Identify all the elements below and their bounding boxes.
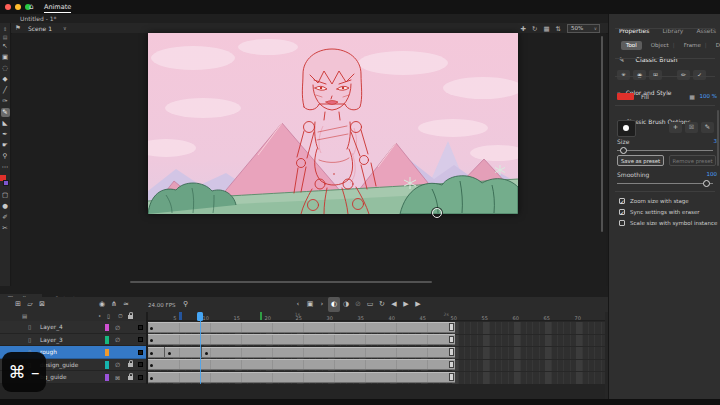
close-window-button[interactable] bbox=[5, 4, 11, 10]
layer-parenting-icon[interactable]: ⋔ bbox=[108, 297, 120, 312]
loop-start-marker[interactable] bbox=[179, 312, 182, 320]
brush-preview[interactable] bbox=[617, 120, 636, 137]
stage-vertical-scrollbar[interactable] bbox=[601, 36, 603, 232]
graph-editor-icon[interactable]: ≈ bbox=[120, 297, 132, 312]
hand-tool[interactable]: ☛ bbox=[1, 141, 10, 150]
cut-tool[interactable]: ✂ bbox=[1, 224, 10, 233]
minimize-window-button[interactable] bbox=[15, 4, 21, 10]
play-icon[interactable]: ▶ bbox=[400, 297, 412, 312]
scene-breadcrumb[interactable]: Scene 1 bbox=[28, 25, 52, 32]
save-preset-button[interactable]: Save as preset bbox=[617, 155, 664, 166]
span-end-frame[interactable] bbox=[449, 373, 454, 381]
timeline-menu-icon[interactable]: ▤ bbox=[22, 313, 27, 320]
app-tab[interactable]: Animate bbox=[44, 3, 71, 13]
draw-mode-icon[interactable]: ✓ bbox=[693, 70, 706, 80]
frame-row-design_guide[interactable] bbox=[148, 359, 605, 372]
checkbox-unchecked[interactable] bbox=[619, 220, 625, 226]
step-forward-icon[interactable]: ▶ bbox=[412, 297, 424, 312]
center-stage-icon[interactable]: ✚ bbox=[520, 25, 525, 33]
lasso-tool[interactable]: ◌ bbox=[1, 64, 10, 73]
step-back-icon[interactable]: ◀ bbox=[388, 297, 400, 312]
layer-hidden-icon[interactable]: ∅ bbox=[113, 361, 122, 368]
frame-ruler[interactable]: 5101520253035404550556065701s2s bbox=[148, 312, 605, 321]
layer-outline-toggle[interactable] bbox=[138, 350, 143, 355]
layer-lock-icon[interactable] bbox=[128, 363, 133, 367]
more-tools[interactable]: ⋯ bbox=[1, 163, 10, 172]
camera-icon[interactable]: ◉ bbox=[96, 297, 108, 312]
frame-span[interactable] bbox=[148, 322, 455, 333]
stage-horizontal-scrollbar[interactable] bbox=[130, 281, 432, 283]
checkbox-checked[interactable]: ✓ bbox=[619, 198, 625, 204]
layer-lock-icon[interactable] bbox=[128, 376, 133, 380]
chevron-down-icon[interactable]: ∨ bbox=[63, 25, 67, 31]
edit-brush-button[interactable]: ✎ bbox=[701, 122, 714, 133]
layer-color-swatch[interactable] bbox=[105, 324, 109, 332]
keyframe-dot[interactable] bbox=[150, 377, 153, 380]
oval-tool[interactable]: ● bbox=[1, 202, 10, 211]
size-slider[interactable] bbox=[617, 150, 713, 151]
zoom-tool[interactable]: ⚲ bbox=[1, 152, 10, 161]
zoom-stepper-icon[interactable]: ⇅ bbox=[556, 25, 561, 33]
line-tool[interactable]: ╱ bbox=[1, 86, 10, 95]
free-transform-tool[interactable]: ▣ bbox=[1, 53, 10, 62]
rotation-icon[interactable]: ↻ bbox=[532, 25, 537, 33]
pin-playhead-icon[interactable]: ⚲ bbox=[179, 297, 191, 312]
layer-guide-icon[interactable]: ⊠ bbox=[113, 374, 122, 381]
loop-icon[interactable]: ↻ bbox=[376, 297, 388, 312]
span-end-frame[interactable] bbox=[449, 348, 454, 356]
layer-color-swatch[interactable] bbox=[105, 336, 109, 344]
fill-color-swatch[interactable] bbox=[617, 93, 634, 100]
frame-span[interactable] bbox=[148, 372, 455, 383]
loop-range-icon[interactable]: ▭ bbox=[364, 297, 376, 312]
color-picker-icon[interactable]: ▦ bbox=[689, 93, 695, 100]
layer-outline-toggle[interactable] bbox=[138, 362, 143, 367]
eraser-tool[interactable]: ◆ bbox=[1, 75, 10, 84]
draw-behind-icon[interactable]: ✏ bbox=[677, 70, 690, 80]
keyframe-dot[interactable] bbox=[205, 352, 208, 355]
rectangle-tool[interactable]: ▢ bbox=[1, 191, 10, 200]
checkbox-checked[interactable]: ✓ bbox=[619, 209, 625, 215]
layer-outline-toggle[interactable] bbox=[138, 325, 143, 330]
prev-keyframe-icon[interactable]: ‹ bbox=[292, 297, 304, 312]
smoothing-slider[interactable] bbox=[617, 183, 713, 184]
layer-color-swatch[interactable] bbox=[105, 361, 109, 369]
layer-color-swatch[interactable] bbox=[105, 374, 109, 382]
layer-name[interactable]: Layer_4 bbox=[40, 324, 63, 330]
stage-zoom-select[interactable]: 50% ∨ bbox=[567, 24, 600, 33]
stage-canvas[interactable] bbox=[148, 33, 518, 214]
keyframe-dot[interactable] bbox=[150, 364, 153, 367]
remove-preset-button[interactable]: Remove preset bbox=[669, 155, 716, 166]
frame-row-Layer_4[interactable] bbox=[148, 321, 605, 334]
layer-outline-toggle[interactable] bbox=[138, 337, 143, 342]
selection-tool[interactable]: ↖ bbox=[1, 42, 10, 51]
clip-content-icon[interactable]: ▦ bbox=[543, 25, 549, 33]
keyframe-dot[interactable] bbox=[150, 339, 153, 342]
frame-span[interactable] bbox=[148, 347, 455, 358]
next-keyframe-icon[interactable]: › bbox=[316, 297, 328, 312]
add-brush-button[interactable]: + bbox=[669, 122, 682, 133]
keyframe-dot[interactable] bbox=[150, 352, 153, 355]
new-folder-icon[interactable]: ▱ bbox=[24, 297, 36, 312]
brush-library-icon[interactable]: ✳ bbox=[617, 70, 630, 80]
span-end-frame[interactable] bbox=[449, 323, 454, 331]
fill-alpha-value[interactable]: 100 % bbox=[700, 93, 717, 99]
smoothing-value[interactable]: 100 bbox=[707, 171, 718, 177]
toolbar-menu-icon[interactable]: ▤ bbox=[1, 34, 10, 40]
edit-multiple-frames-icon[interactable]: ⊘ bbox=[352, 297, 364, 312]
onion-marker[interactable] bbox=[260, 312, 263, 320]
lock-column-icon[interactable] bbox=[128, 315, 133, 319]
current-frame-icon[interactable]: ▣ bbox=[304, 297, 316, 312]
fluid-brush-tool[interactable]: ✑ bbox=[1, 97, 10, 106]
span-end-frame[interactable] bbox=[449, 361, 454, 369]
dock-toolbar-icon[interactable]: ⇕ bbox=[1, 26, 10, 32]
keyframe-dot[interactable] bbox=[168, 352, 171, 355]
brush-shape-icon[interactable]: ◉ bbox=[633, 70, 646, 80]
hide-column-icon[interactable]: ∅ bbox=[118, 313, 123, 320]
color-swatches[interactable] bbox=[0, 175, 10, 188]
layer-hidden-icon[interactable]: ∅ bbox=[113, 336, 122, 343]
frame-row-bg_guide[interactable] bbox=[148, 371, 605, 384]
frame-span[interactable] bbox=[148, 359, 455, 370]
frame-grid[interactable] bbox=[148, 321, 605, 384]
eyedropper-tool[interactable]: ✒ bbox=[1, 130, 10, 139]
new-layer-icon[interactable]: ⊞ bbox=[12, 297, 24, 312]
